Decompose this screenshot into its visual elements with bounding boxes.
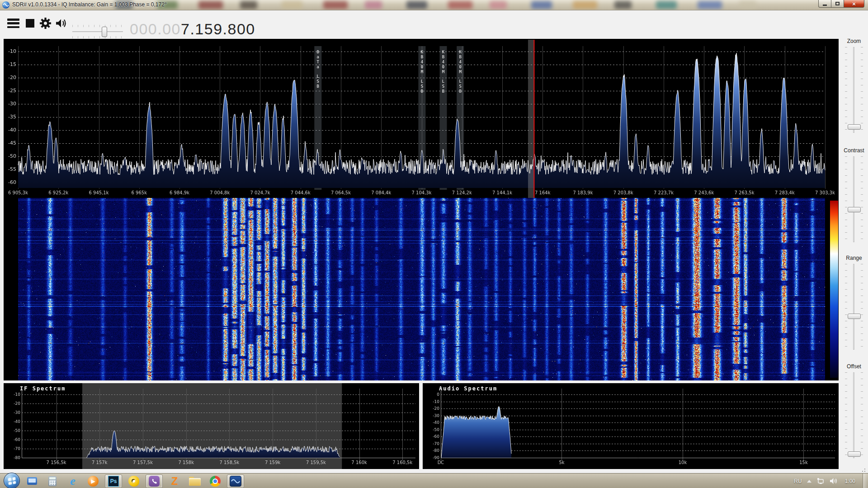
media-player-icon[interactable]: ▶ (85, 474, 102, 488)
tick-marks (845, 372, 847, 458)
desktop-reflection (448, 1, 472, 9)
tick-marks (861, 372, 863, 458)
frequency-value: 7.159.800 (181, 20, 255, 38)
start-button[interactable] (4, 473, 20, 488)
explorer-folder-icon[interactable] (186, 474, 203, 488)
language-indicator[interactable]: RU (794, 478, 802, 484)
desktop-reflection (240, 1, 257, 9)
offset-slider-label: Offset (840, 363, 868, 370)
if-spectrum-display[interactable] (4, 383, 419, 469)
windows-flag-icon (8, 477, 16, 485)
rf-spectrum-display[interactable] (4, 39, 839, 198)
offset-slider-thumb[interactable] (848, 451, 861, 457)
desktop-reflection (614, 1, 632, 9)
mute-button[interactable] (55, 18, 68, 29)
stop-button[interactable] (26, 19, 34, 28)
desktop-reflection (406, 1, 427, 9)
waterfall-color-scale (830, 201, 838, 378)
tick-marks (861, 264, 863, 350)
frequency-leading-zeros: 000.00 (130, 20, 181, 38)
viber-icon[interactable] (146, 474, 163, 488)
close-button[interactable]: × (844, 0, 864, 8)
spectrum-waterfall-panel (4, 39, 839, 380)
tick-marks (861, 47, 863, 133)
volume-ticks-top (72, 25, 123, 27)
network-icon[interactable] (816, 478, 825, 485)
display-controls-sidebar: ZoomContrastRangeOffset (840, 36, 868, 469)
zoom-slider-track[interactable] (840, 47, 868, 133)
minimize-icon (823, 5, 827, 6)
tick-marks (845, 156, 847, 242)
gear-icon (40, 18, 51, 29)
tick-marks (861, 156, 863, 242)
slider-groove (853, 47, 854, 133)
volume-track[interactable] (72, 31, 123, 32)
desktop-reflection (656, 1, 677, 9)
waterfall-display[interactable] (4, 198, 839, 380)
chrome-icon[interactable] (207, 474, 224, 488)
resize-grip[interactable] (859, 468, 866, 473)
desktop-reflection (531, 1, 552, 9)
calculator-icon[interactable] (44, 474, 61, 488)
sdrsharp-app-icon (2, 1, 9, 9)
range-slider-label: Range (840, 255, 868, 261)
icq-icon[interactable] (125, 474, 142, 488)
contrast-slider-thumb[interactable] (848, 207, 861, 212)
zona-icon[interactable]: Z (166, 474, 183, 488)
volume-thumb[interactable] (102, 27, 107, 37)
show-hidden-icons-arrow[interactable] (807, 480, 811, 483)
minimize-button[interactable] (818, 0, 831, 8)
window-titlebar[interactable]: SDR# v1.0.0.1334 - IQ Imbalance: Gain = … (0, 0, 868, 10)
photoshop-icon[interactable]: Ps (105, 474, 122, 488)
zoom-slider-thumb[interactable] (848, 124, 861, 130)
slider-groove (853, 372, 854, 458)
tick-marks (845, 47, 847, 133)
volume-slider[interactable] (72, 23, 123, 40)
desktop-reflection (490, 1, 507, 9)
taskbar: e▶PsZ RU 1:00 (0, 473, 868, 488)
volume-ticks-bottom (72, 36, 123, 38)
desktop-reflection (365, 1, 382, 9)
clock[interactable]: 1:00 (845, 478, 855, 484)
system-tray: RU 1:00 (794, 474, 861, 488)
contrast-slider-track[interactable] (840, 156, 868, 242)
desktop-reflection (282, 1, 302, 9)
show-desktop-button[interactable] (863, 474, 868, 488)
volume-tray-icon[interactable] (830, 478, 837, 484)
offset-slider-track[interactable] (840, 372, 868, 458)
tick-marks (845, 264, 847, 350)
range-slider-thumb[interactable] (848, 314, 861, 319)
range-slider-track[interactable] (840, 264, 868, 350)
sdrsharp-icon[interactable] (227, 474, 244, 488)
if-spectrum-title: IF Spectrum (20, 385, 66, 392)
desktop-reflection (198, 1, 223, 9)
slider-groove (853, 156, 854, 242)
desktop-reflection (698, 1, 722, 9)
contrast-slider-label: Contrast (840, 147, 868, 154)
zoom-slider-label: Zoom (840, 38, 868, 44)
internet-explorer-icon[interactable]: e (64, 474, 81, 488)
remote-desktop-icon[interactable] (24, 474, 41, 488)
speaker-icon (55, 18, 68, 29)
frequency-display[interactable]: 000.007.159.800 (130, 20, 255, 38)
desktop-reflection (739, 1, 756, 9)
window-title: SDR# v1.0.0.1334 - IQ Imbalance: Gain = … (12, 1, 167, 8)
audio-spectrum-display[interactable] (423, 383, 839, 469)
maximize-icon (835, 2, 840, 5)
settings-button[interactable] (40, 18, 51, 29)
menu-button[interactable] (7, 19, 19, 28)
toolbar: 000.007.159.800 (0, 10, 868, 36)
maximize-button[interactable] (831, 0, 844, 8)
desktop-reflection (573, 1, 597, 9)
if-spectrum-panel: IF Spectrum (4, 383, 419, 469)
desktop-reflection (323, 1, 348, 9)
slider-groove (853, 264, 854, 350)
audio-spectrum-title: Audio Spectrum (439, 385, 497, 392)
audio-spectrum-panel: Audio Spectrum (423, 383, 839, 469)
